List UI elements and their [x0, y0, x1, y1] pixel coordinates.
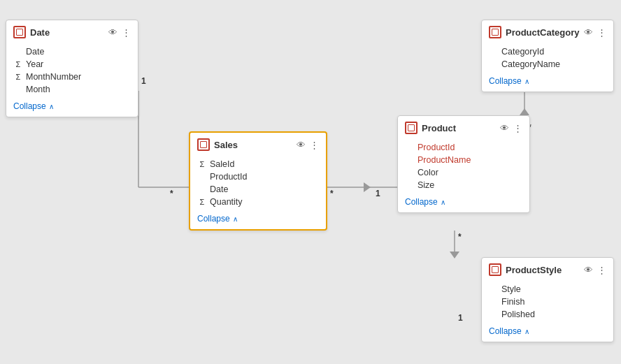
sales-table-name: Sales	[214, 140, 292, 150]
sales-table: Sales 👁 ⋮ Σ SaleId ProductId Date Σ Quan…	[189, 131, 327, 231]
productcategory-eye-icon[interactable]: 👁	[584, 27, 593, 38]
field-sales-saleid: Σ SaleId	[197, 158, 319, 170]
productstyle-table: ProductStyle 👁 ⋮ Style Finish Polished C…	[481, 257, 614, 342]
field-date-monthnumber: Σ MonthNumber	[13, 71, 131, 83]
productcategory-table: ProductCategory 👁 ⋮ CategoryId CategoryN…	[481, 20, 614, 92]
field-pc-categoryid: CategoryId	[489, 45, 606, 58]
sigma-icon-3: Σ	[197, 160, 207, 168]
date-table: Date 👁 ⋮ Date Σ Year Σ MonthNumber Month	[6, 20, 138, 117]
productstyle-table-name: ProductStyle	[506, 265, 580, 275]
svg-marker-9	[450, 252, 459, 259]
date-table-icon	[13, 26, 26, 38]
field-product-productname: ProductName	[405, 154, 522, 166]
field-ps-polished: Polished	[489, 308, 606, 321]
field-product-productid: ProductId	[405, 141, 522, 154]
productstyle-header-actions: 👁 ⋮	[584, 265, 606, 275]
date-dots-icon[interactable]: ⋮	[122, 27, 131, 38]
sales-table-header: Sales 👁 ⋮	[190, 133, 326, 155]
svg-marker-7	[520, 108, 529, 115]
productstyle-collapse-arrow: ∧	[524, 328, 529, 335]
date-table-name: Date	[30, 27, 104, 38]
productstyle-table-header: ProductStyle 👁 ⋮	[482, 258, 613, 280]
date-eye-icon[interactable]: 👁	[108, 27, 117, 38]
sigma-icon-2: Σ	[13, 73, 23, 81]
field-product-color: Color	[405, 166, 522, 179]
date-collapse-arrow: ∧	[49, 103, 54, 110]
product-table-header: Product 👁 ⋮	[398, 116, 529, 138]
product-table: Product 👁 ⋮ ProductId ProductName Color …	[397, 115, 530, 213]
date-fields: Date Σ Year Σ MonthNumber Month	[6, 43, 138, 99]
field-date-date: Date	[13, 45, 131, 58]
sales-eye-icon[interactable]: 👁	[297, 140, 306, 150]
field-product-size: Size	[405, 179, 522, 191]
field-ps-style: Style	[489, 283, 606, 296]
product-collapse-arrow: ∧	[441, 198, 445, 206]
field-sales-date: Date	[197, 183, 319, 196]
sales-fields: Σ SaleId ProductId Date Σ Quantity	[190, 155, 326, 211]
field-date-year: Σ Year	[13, 58, 131, 71]
product-collapse[interactable]: Collapse ∧	[398, 194, 529, 212]
productstyle-fields: Style Finish Polished	[482, 280, 613, 323]
productstyle-collapse[interactable]: Collapse ∧	[482, 323, 613, 342]
connector-label-sales-many: *	[170, 189, 173, 198]
productcategory-table-name: ProductCategory	[506, 27, 580, 38]
productcategory-collapse-arrow: ∧	[524, 78, 529, 85]
connector-label-date-1: 1	[141, 76, 146, 86]
productcategory-table-header: ProductCategory 👁 ⋮	[482, 20, 613, 43]
sigma-icon: Σ	[13, 60, 23, 68]
product-table-name: Product	[422, 123, 496, 133]
productstyle-table-icon	[489, 263, 501, 276]
connector-label-ps-1: 1	[458, 313, 463, 323]
productcategory-dots-icon[interactable]: ⋮	[597, 27, 606, 38]
field-date-month: Month	[13, 83, 131, 96]
sales-table-icon	[197, 138, 210, 151]
field-ps-finish: Finish	[489, 296, 606, 308]
date-header-actions: 👁 ⋮	[108, 27, 131, 38]
productcategory-fields: CategoryId CategoryName	[482, 43, 613, 73]
productstyle-eye-icon[interactable]: 👁	[584, 265, 593, 275]
product-dots-icon[interactable]: ⋮	[513, 123, 522, 133]
field-pc-categoryname: CategoryName	[489, 58, 606, 71]
productcategory-header-actions: 👁 ⋮	[584, 27, 606, 38]
field-sales-productid: ProductId	[197, 170, 319, 183]
productstyle-dots-icon[interactable]: ⋮	[597, 265, 606, 275]
connector-label-sales-product-many: *	[330, 189, 334, 198]
sales-collapse[interactable]: Collapse ∧	[190, 211, 326, 229]
sales-header-actions: 👁 ⋮	[297, 140, 319, 150]
connector-label-product-1: 1	[376, 189, 380, 198]
connector-label-ps-many: *	[458, 232, 462, 242]
sales-collapse-arrow: ∧	[233, 215, 238, 223]
product-fields: ProductId ProductName Color Size	[398, 138, 529, 194]
date-table-header: Date 👁 ⋮	[6, 20, 138, 43]
product-header-actions: 👁 ⋮	[500, 123, 522, 133]
field-sales-quantity: Σ Quantity	[197, 196, 319, 208]
sigma-icon-4: Σ	[197, 198, 207, 206]
diagram-canvas: 1 * * 1 1 * * 1 Date 👁 ⋮ Date Σ	[0, 0, 621, 364]
productcategory-collapse[interactable]: Collapse ∧	[482, 73, 613, 92]
sales-dots-icon[interactable]: ⋮	[310, 140, 319, 150]
productcategory-table-icon	[489, 26, 501, 38]
svg-marker-4	[364, 182, 371, 192]
product-table-icon	[405, 122, 417, 134]
date-collapse[interactable]: Collapse ∧	[6, 99, 138, 117]
product-eye-icon[interactable]: 👁	[500, 123, 509, 133]
